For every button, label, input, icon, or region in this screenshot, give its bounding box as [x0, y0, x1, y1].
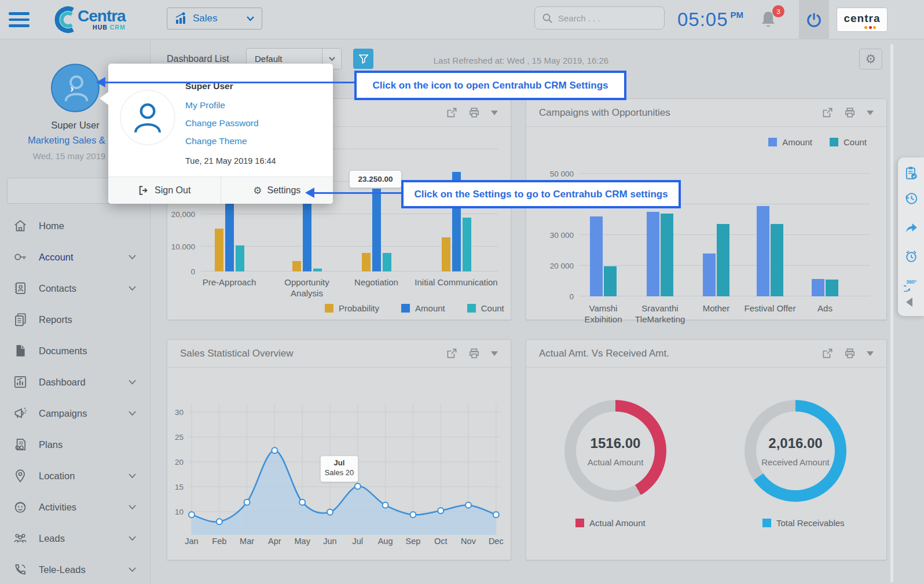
brand-badge-text: centra: [837, 8, 887, 29]
bar-group-vamshi-exbihition: [590, 216, 617, 296]
print-icon[interactable]: [844, 107, 856, 118]
sign-out-button[interactable]: Sign Out: [108, 177, 221, 204]
legend-item-amount[interactable]: Amount: [768, 137, 812, 147]
bar-amount[interactable]: [372, 189, 381, 271]
received-amount-donut[interactable]: 2,016.00 Received Amount: [745, 400, 846, 502]
popup-link-change-password[interactable]: Change Password: [185, 118, 259, 128]
alarm-clock-icon[interactable]: [904, 249, 919, 264]
svg-text:360°: 360°: [906, 279, 916, 285]
sidebar-item-account[interactable]: Account: [0, 241, 151, 273]
bar-amount[interactable]: [757, 206, 769, 296]
legend-item-actual-amount[interactable]: Actual Amount: [575, 518, 646, 528]
scrollbar-track[interactable]: [890, 44, 893, 582]
settings-button[interactable]: ⚙ Settings: [221, 177, 333, 204]
bar-amount[interactable]: [590, 216, 603, 296]
y-axis-tick: 0: [155, 267, 195, 276]
tasks-clipboard-icon[interactable]: [904, 166, 919, 181]
print-icon[interactable]: [844, 348, 856, 359]
y-axis-tick: 30 000: [533, 231, 574, 240]
y-axis-tick: 0: [533, 292, 574, 301]
bar-probability[interactable]: [362, 253, 371, 271]
search-input[interactable]: [558, 13, 651, 23]
collapse-caret-icon[interactable]: [491, 111, 498, 115]
legend-item-amount[interactable]: Amount: [401, 303, 445, 313]
sidebar-item-label: Home: [39, 221, 137, 232]
x-axis-label: Initial Communication: [404, 277, 508, 288]
sidebar-item-documents[interactable]: Documents: [0, 335, 151, 366]
print-icon[interactable]: [468, 348, 480, 359]
svg-text:Dec: Dec: [489, 537, 504, 546]
legend-swatch: [467, 304, 476, 313]
bar-amount[interactable]: [703, 254, 716, 296]
crm-dashboard-page: Centra HUB CRM Sales: [0, 0, 924, 584]
received-amount-label: Received Amount: [761, 457, 830, 467]
legend-item-count[interactable]: Count: [467, 303, 504, 313]
bar-count[interactable]: [463, 218, 471, 271]
chevron-down-icon: [128, 504, 137, 510]
actual-amount-donut[interactable]: 1516.00 Actual Amount: [564, 400, 666, 502]
svg-text:15: 15: [175, 483, 184, 491]
bar-amount[interactable]: [225, 194, 234, 271]
bar-amount[interactable]: [647, 212, 659, 296]
legend-item-count[interactable]: Count: [830, 137, 867, 147]
sidebar-item-activities[interactable]: Activities: [0, 491, 151, 523]
hamburger-menu-icon[interactable]: [9, 12, 31, 28]
print-icon[interactable]: [468, 107, 480, 118]
open-in-new-icon[interactable]: [822, 348, 833, 359]
bar-count[interactable]: [236, 245, 244, 271]
filter-button[interactable]: [353, 49, 373, 69]
open-in-new-icon[interactable]: [446, 348, 457, 359]
bar-count[interactable]: [717, 224, 729, 296]
legend-item-total-receivables[interactable]: Total Receivables: [762, 518, 845, 528]
open-in-new-icon[interactable]: [822, 107, 833, 118]
share-forward-icon[interactable]: [904, 220, 919, 235]
sidebar-item-location[interactable]: Location: [0, 460, 151, 491]
sidebar-item-contacts[interactable]: Contacts: [0, 273, 151, 304]
user-avatar[interactable]: ›: [51, 64, 100, 112]
logo-hub-text: HUB: [93, 24, 108, 31]
sidebar-item-home[interactable]: Home: [0, 210, 151, 241]
sidebar-item-campaigns[interactable]: Campaigns: [0, 398, 151, 429]
card4-title: Actual Amt. Vs Received Amt.: [539, 348, 822, 359]
sidebar-item-label: Account: [39, 252, 128, 263]
open-in-new-icon[interactable]: [446, 107, 457, 118]
bar-probability[interactable]: [292, 261, 301, 271]
collapse-caret-icon[interactable]: [867, 351, 874, 356]
collapse-caret-icon[interactable]: [867, 111, 874, 115]
bar-count[interactable]: [313, 269, 322, 271]
legend-label: Total Receivables: [776, 518, 845, 528]
sidebar-item-label: Tele-Leads: [39, 564, 128, 575]
sidebar-item-tele-leads[interactable]: Tele-Leads: [0, 554, 151, 584]
avatar-chevron-icon: ›: [70, 82, 74, 95]
notifications-button[interactable]: 3: [759, 9, 780, 32]
bar-probability[interactable]: [215, 229, 223, 271]
right-quick-toolbar: 360°: [898, 157, 924, 316]
sales-chart-icon: [174, 12, 187, 25]
history-icon[interactable]: [904, 191, 919, 206]
bar-count[interactable]: [771, 224, 783, 296]
bar-count[interactable]: [661, 214, 673, 296]
legend-item-probability[interactable]: Probability: [325, 303, 379, 313]
bar-count[interactable]: [383, 253, 391, 271]
bar-probability[interactable]: [442, 237, 450, 271]
bar-count[interactable]: [604, 266, 617, 296]
collapse-rail-icon[interactable]: [906, 297, 912, 307]
home-icon: [12, 218, 29, 233]
popup-link-change-theme[interactable]: Change Theme: [185, 136, 259, 146]
popup-link-my-profile[interactable]: My Profile: [185, 100, 259, 111]
rotate-360-icon[interactable]: 360°: [904, 277, 919, 292]
svg-text:Oct: Oct: [434, 537, 448, 546]
dashboard-settings-button[interactable]: ⚙: [859, 49, 882, 69]
chevron-down-icon: [246, 16, 255, 21]
bar-amount[interactable]: [812, 279, 824, 296]
sidebar-item-plans[interactable]: Plans: [0, 429, 151, 460]
collapse-caret-icon[interactable]: [491, 351, 498, 356]
sidebar-item-dashboard[interactable]: Dashboard: [0, 366, 151, 398]
sidebar-item-reports[interactable]: Reports: [0, 304, 151, 335]
sidebar-item-leads[interactable]: Leads: [0, 523, 151, 554]
module-selector-dropdown[interactable]: Sales: [167, 8, 262, 30]
brand-badge[interactable]: centra: [837, 8, 888, 32]
logout-power-button[interactable]: [799, 0, 829, 39]
bar-count[interactable]: [826, 280, 838, 296]
popup-links: My ProfileChange PasswordChange Theme: [185, 100, 259, 154]
